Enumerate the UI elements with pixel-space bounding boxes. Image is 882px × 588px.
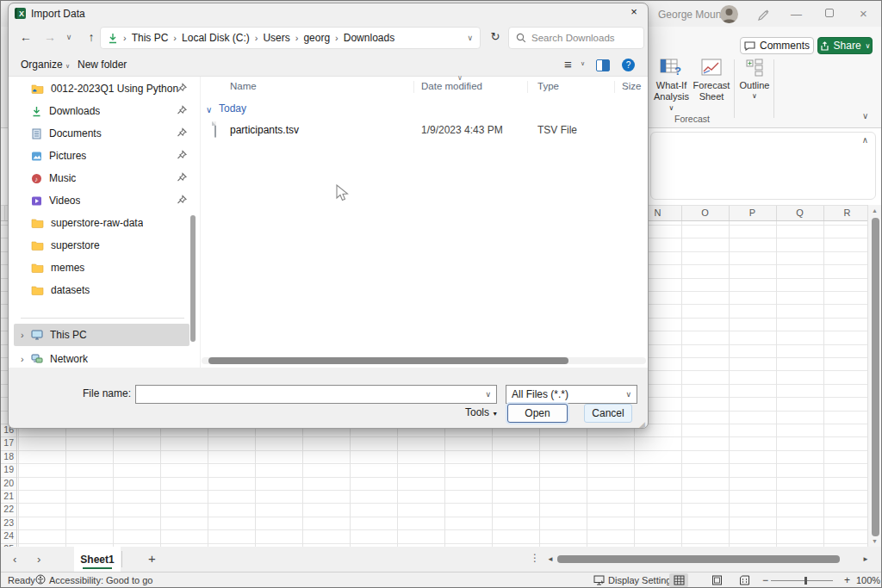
zoom-out-button[interactable]: −: [762, 574, 768, 586]
share-button[interactable]: Share ∨: [817, 37, 873, 54]
scroll-up-icon[interactable]: ▲: [868, 207, 881, 214]
vertical-scrollbar-thumb[interactable]: [872, 218, 879, 536]
status-display-settings[interactable]: Display Settings: [608, 575, 676, 585]
zoom-slider-thumb[interactable]: [804, 577, 807, 585]
filelist-hscroll-thumb[interactable]: [208, 357, 568, 364]
scroll-down-icon[interactable]: ▼: [868, 538, 881, 544]
zoom-in-button[interactable]: +: [844, 574, 850, 586]
restore-button[interactable]: [825, 9, 834, 17]
forward-button[interactable]: →: [40, 28, 60, 46]
formula-bar-collapse-chevron[interactable]: ∧: [862, 135, 868, 145]
resize-grip[interactable]: ◢: [639, 420, 645, 429]
group-collapse-chevron[interactable]: ∨: [206, 105, 212, 115]
file-name-input[interactable]: [136, 386, 468, 403]
new-folder-button[interactable]: New folder: [78, 59, 127, 71]
sidebar-item-videos[interactable]: Videos: [14, 189, 189, 212]
sidebar-item-datasets[interactable]: datasets: [14, 279, 189, 301]
zoom-level[interactable]: 100%: [856, 575, 880, 585]
file-name-dropdown-chevron[interactable]: ∨: [485, 390, 491, 399]
add-sheet-button[interactable]: +: [148, 551, 156, 566]
vertical-scrollbar[interactable]: ▲ ▼: [867, 205, 881, 547]
breadcrumb-local-disk[interactable]: Local Disk (C:): [182, 32, 250, 44]
column-header-date-modified[interactable]: Date modified: [421, 81, 482, 91]
ribbon-collapse-chevron[interactable]: ∨: [862, 111, 868, 121]
tools-button[interactable]: Tools ▼: [465, 406, 498, 418]
column-header-type[interactable]: Type: [537, 81, 559, 91]
help-button[interactable]: ?: [622, 59, 635, 71]
organize-button[interactable]: Organize ∨: [21, 59, 70, 71]
breadcrumb-users[interactable]: Users: [263, 32, 289, 44]
dialog-titlebar[interactable]: X Import Data ×: [9, 3, 648, 23]
dialog-close-button[interactable]: ×: [625, 5, 643, 21]
ribbon-outline-button[interactable]: Outline ∨: [737, 58, 772, 102]
back-button[interactable]: ←: [16, 28, 36, 46]
row-number[interactable]: 21: [1, 491, 14, 501]
hscroll-right-icon[interactable]: ►: [862, 555, 869, 563]
status-accessibility[interactable]: Accessibility: Good to go: [49, 575, 152, 585]
sheet-nav-next-button[interactable]: ›: [37, 553, 40, 566]
row-number[interactable]: 18: [1, 451, 14, 461]
file-type-combobox[interactable]: All Files (*.*) ∨: [506, 385, 637, 404]
row-number[interactable]: 24: [1, 530, 14, 541]
preview-pane-button[interactable]: [596, 59, 610, 71]
tab-sheet1[interactable]: Sheet1: [74, 547, 121, 572]
pen-icon[interactable]: [757, 9, 770, 25]
hscroll-left-icon[interactable]: ◄: [547, 555, 554, 563]
ribbon-whatif-analysis-button[interactable]: ? What-If Analysis ∨: [651, 58, 692, 115]
up-button[interactable]: ↑: [81, 28, 102, 46]
column-separator[interactable]: [614, 81, 615, 93]
view-page-break-button[interactable]: [735, 573, 754, 587]
group-header-today[interactable]: Today: [219, 102, 246, 115]
tabbar-splitter-handle[interactable]: ⋮: [530, 552, 540, 564]
breadcrumb-downloads[interactable]: Downloads: [344, 32, 394, 44]
row-number[interactable]: 22: [1, 504, 14, 514]
column-letter[interactable]: O: [681, 207, 729, 218]
view-page-layout-button[interactable]: [707, 573, 726, 587]
sidebar-item-memes[interactable]: memes: [14, 257, 189, 279]
ribbon-forecast-sheet-button[interactable]: Forecast Sheet: [692, 58, 731, 102]
filelist-horizontal-scrollbar[interactable]: [202, 357, 646, 364]
minimize-button[interactable]: —: [791, 9, 802, 21]
file-row-participants[interactable]: participants.tsv 1/9/2023 4:43 PM TSV Fi…: [202, 121, 643, 140]
refresh-button[interactable]: ↻: [486, 28, 505, 46]
sidebar-item-superstore[interactable]: superstore: [14, 234, 189, 257]
sidebar-item-downloads[interactable]: Downloads: [14, 100, 189, 122]
sidebar-scrollbar-thumb[interactable]: [190, 215, 196, 342]
address-dropdown-chevron[interactable]: ∨: [467, 34, 473, 42]
avatar[interactable]: [720, 5, 738, 23]
expand-chevron-icon[interactable]: ›: [21, 354, 24, 364]
column-header-name[interactable]: Name: [230, 81, 257, 91]
open-button[interactable]: Open: [507, 404, 568, 423]
sidebar-item-pictures[interactable]: Pictures: [14, 145, 189, 167]
column-letter[interactable]: R: [823, 207, 871, 218]
file-name-combobox[interactable]: ∨: [135, 385, 497, 404]
list-view-button[interactable]: ≡: [564, 57, 572, 71]
recent-locations-chevron[interactable]: ∨: [62, 28, 76, 46]
breadcrumb-georg[interactable]: georg: [303, 32, 330, 44]
sidebar-item-this-pc[interactable]: › This PC: [14, 324, 189, 346]
sheet-nav-prev-button[interactable]: ‹: [13, 553, 16, 566]
sidebar-item-superstore-raw-data[interactable]: superstore-raw-data: [14, 212, 189, 234]
row-number[interactable]: 23: [1, 517, 14, 528]
sidebar-item-documents[interactable]: Documents: [14, 122, 189, 145]
search-input[interactable]: [531, 33, 630, 43]
comments-button[interactable]: Comments: [740, 37, 814, 54]
excel-close-button[interactable]: ×: [860, 8, 867, 20]
search-box[interactable]: [508, 27, 644, 49]
row-number[interactable]: 17: [1, 437, 14, 448]
row-number[interactable]: 19: [1, 464, 14, 474]
column-letter[interactable]: Q: [776, 207, 823, 218]
expand-chevron-icon[interactable]: ›: [21, 330, 24, 340]
sidebar-item-music[interactable]: ♪ Music: [14, 167, 189, 189]
file-type-dropdown-chevron[interactable]: ∨: [625, 390, 631, 399]
column-letter[interactable]: P: [729, 207, 776, 218]
formula-bar-panel[interactable]: ∧: [650, 132, 876, 200]
sidebar-item-0012-folder[interactable]: 0012-2023Q1 Using Python with Ex: [14, 77, 189, 100]
view-normal-button[interactable]: [669, 573, 688, 587]
view-dropdown-chevron[interactable]: ∨: [581, 60, 585, 67]
breadcrumb-this-pc[interactable]: This PC: [132, 32, 169, 44]
column-header-size[interactable]: Size: [622, 81, 641, 91]
column-separator[interactable]: [527, 81, 528, 93]
zoom-slider-track[interactable]: [771, 580, 833, 581]
horizontal-scrollbar-thumb[interactable]: [557, 555, 840, 563]
